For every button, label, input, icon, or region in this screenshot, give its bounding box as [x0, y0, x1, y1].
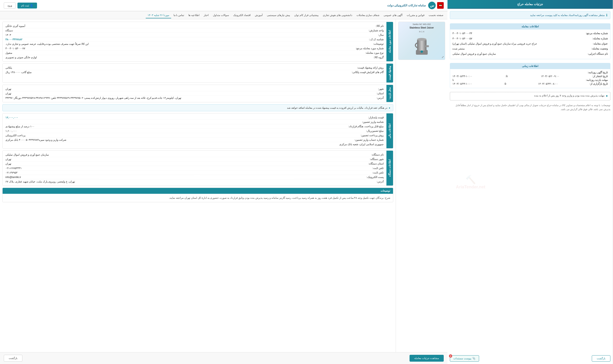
tax-bullet: ● در هنگام عقد قرارداد، مالیات بر ارزش ا…	[5, 106, 390, 109]
menu-item-13[interactable]: موردا ۲۶ شلیه ۱۴۰۳	[146, 12, 171, 18]
menu-item-1[interactable]: قوانین و مقررات	[405, 12, 426, 18]
field-value-num: ۳۰۰۳۰۱۰۵۳۰۰۰۵۷	[452, 37, 472, 40]
device-section-body: نام دستگاه: سازمان جمع آوری و فروش اموال…	[3, 151, 386, 185]
tl-value-5: ۱۴۰۳/۰۵/۳۳-۱۰:۰۰	[452, 82, 472, 85]
tl-label-0: تاریخ آگهی روزنامه:	[588, 71, 608, 74]
left-back-button[interactable]: بازگشت	[592, 355, 610, 362]
content-area: Sanko NC WG-202 Stainless Steel Juicer 4…	[0, 19, 447, 352]
register-button[interactable]: 👤 ثبت نام	[17, 3, 37, 9]
menu-item-7[interactable]: آموزش	[253, 12, 264, 18]
emblem-logo: 🇮🇷	[437, 2, 444, 9]
menu-item-11[interactable]: اطلاعیه ها	[186, 12, 201, 18]
detail-label-name: نام کالا:	[355, 25, 384, 27]
financial-section: اطلاعات مالی قیمت پایه‌بازار: ۱۶,۰۰۰,۰۰۰…	[2, 113, 393, 149]
bullet-dot: ●	[606, 94, 608, 97]
deal-info-content: شماره معامله مرجع: ۳۰۰۳۰۱۰۵۳۰۰۰۳۴ شماره …	[450, 29, 610, 59]
fin-label-method: روش پرداخت تضمین:	[355, 134, 384, 137]
desc-body: شرح: برندگان جهت تکمیل وجه ۴۸ ساعت پس از…	[3, 194, 393, 202]
location-value-city: تهران	[5, 88, 355, 90]
left-panel-header: جزئیات معامله حراج	[447, 0, 613, 9]
financial-section-body: قیمت پایه‌بازار: ۱۶,۰۰۰,۰۰۰ شناسه واریز …	[3, 113, 386, 148]
fin-value-base: ۱۶,۰۰۰,۰۰۰	[5, 116, 355, 119]
tl-value-4: ۱۴۰۳/۰۵/۳۳-۰۸:۰۰	[538, 82, 558, 85]
detail-row-year: سال: ۱۴۰۳	[5, 33, 384, 37]
dev-row-tel2: تلفن ثابت: ۰۲۱-۳۷۹۵۳	[5, 170, 384, 175]
dev-value-address: تهران، خ ولیعصر، روبروی پارک ملت، خیابان…	[5, 180, 355, 183]
detail-label-year: سال:	[355, 33, 384, 36]
fin-value-account: شرکت واریز و وجود سپره۴۰۰۰۰۵۰۴۳۳۷۷۸۳ بان…	[5, 138, 355, 141]
expand-icon[interactable]: ⤢	[442, 55, 444, 59]
timeline-row-4: تاریخ بازگزاری از: ۱۴۰۳/۰۵/۳۳-۰۸:۰۰ تا: …	[452, 82, 608, 85]
field-label-ref: شماره معامله مرجع:	[586, 31, 608, 35]
fin-label-bank: جمهوری اسلامی ایران، شعبه بانک مرکزی	[339, 143, 384, 146]
timeline-row-3: مهلت بازدید روزنامه: تا	[452, 78, 608, 81]
timeline-row-0: تاریخ آگهی روزنامه:	[452, 71, 608, 74]
detail-label-desc: توضیحات:	[355, 42, 384, 45]
tl-label-1: تاریخ انتشار از:	[592, 75, 608, 78]
location-value-province: تهران	[5, 92, 355, 95]
menu-item-3[interactable]: شفاف سازی معاملات	[355, 12, 381, 18]
tl-label-2: تا:	[506, 75, 508, 78]
timeline-row-1: تاریخ انتشار از: ۱۴۰۳/۰۵/۲۰-۹:۰۰ تا: ۱۴۰…	[452, 75, 608, 78]
detail-label-type: نوع مورد معامله:	[355, 52, 384, 54]
tax-info-box: ● در هنگام عقد قرارداد، مالیات بر ارزش ا…	[2, 104, 393, 111]
price-value-steps: مبلغ گائب ۱۴۸۰۰۰۰ ریال	[5, 71, 352, 74]
dev-value-tel2: ۰۲۱-۳۷۹۵۳	[5, 171, 355, 174]
detail-value-unit: دستگاه	[5, 29, 355, 32]
field-label-org: نام دستگاه اجرایی:	[588, 52, 608, 56]
field-row-ref: شماره معامله مرجع: ۳۰۰۳۰۱۰۵۳۰۰۰۳۴	[452, 31, 608, 35]
menu-item-5[interactable]: پیشتیبانی قرار کام توان	[292, 12, 320, 18]
fin-row-method: روش پرداخت تضمین: پرداخت الکترونیکی	[5, 133, 384, 138]
price-section-title: پیشنهاد قیمت	[386, 64, 393, 82]
menu-item-10[interactable]: اخبار	[202, 12, 210, 18]
dev-value-name: سازمان جمع آوری و فروش اموال تملیکی	[5, 153, 355, 156]
menu-item-12[interactable]: تماس با ما	[172, 12, 186, 18]
detail-row-name: نام کالا: آبمیوه گیری خانگی	[5, 24, 384, 28]
deal-detail-body: نام کالا: آبمیوه گیری خانگی واحد شمارش: …	[3, 22, 386, 61]
site-logo-circle: س	[428, 2, 436, 9]
dev-label-tel: تلفن ثابت:	[355, 167, 384, 169]
detail-column: اطلاعات مورد معامله نام کالا: آبمیوه گیر…	[0, 19, 396, 352]
tl-label-4: تاریخ بازگزاری از:	[590, 82, 608, 85]
field-value-title: حراج خرید فروشی بیراه سازمان جمع آوری و …	[452, 42, 537, 46]
tl-label-5: تا:	[504, 82, 507, 85]
menu-item-8[interactable]: اقتصاد الکترونیک	[231, 12, 252, 18]
location-row-province: استان: تهران	[5, 91, 384, 96]
detail-value-year: ۱۴۰۳	[5, 33, 355, 36]
dev-label-email: پست الکترونیک:	[355, 176, 384, 179]
login-button[interactable]: ورود	[4, 2, 15, 9]
right-back-button[interactable]: بازگشت	[4, 355, 22, 362]
desc-header: توضیحات	[3, 188, 393, 194]
nav-left: 👤 ثبت نام ورود	[4, 2, 37, 9]
dev-row-address: آدرس: تهران، خ ولیعصر، روبروی پارک ملت، …	[5, 179, 384, 184]
left-note-text: توضیحات: با توجه به اعلام مشخصات و تصاوی…	[450, 103, 610, 111]
field-row-num: شماره معامله: ۳۰۰۳۰۱۰۵۳۰۰۰۵۷	[452, 37, 608, 40]
location-value-addr: تهران، کیلومتر۱۲ جاده قدیم کرج، ثلاثه بع…	[5, 96, 355, 99]
menu-item-0[interactable]: صفحه نخست	[427, 12, 445, 18]
location-section-title: محل بازدید:	[386, 85, 393, 102]
deal-detail-title: اطلاعات مورد معامله	[386, 22, 393, 61]
detail-row-unit: واحد شمارش: دستگاه	[5, 28, 384, 33]
fin-label-payable: مبلغ قابل پرداخت، هنگام قرارداد:	[349, 125, 384, 128]
detail-value-group: لوازم خانگی صوتی و تصویری	[5, 56, 355, 59]
menu-item-4[interactable]: دانشجویی های هوش تجاری	[321, 12, 354, 18]
location-label-city: شهر:	[355, 88, 384, 90]
field-row-title: عنوان معامله: حراج خرید فروشی بیراه سازم…	[452, 42, 608, 46]
menu-bar: صفحه نخست قوانین و مقررات آگهی های عمومی…	[0, 11, 447, 19]
fin-row-guarantee-id: شناسه واریز تضمین:	[5, 120, 384, 124]
dev-label-tel2: تلفن ثابت:	[355, 171, 384, 174]
dev-label-name: نام دستگاه:	[355, 153, 384, 156]
attach-button[interactable]: ● 📎 پیوست مستندات	[450, 355, 479, 362]
product-subtitle: 4 in 1	[410, 30, 434, 33]
menu-item-2[interactable]: آگهی های عمومی	[382, 12, 404, 18]
fin-row-base: قیمت پایه‌بازار: ۱۶,۰۰۰,۰۰۰	[5, 115, 384, 120]
location-section-body: شهر: تهران استان: تهران آدرس: تهران، کیل…	[3, 85, 386, 102]
menu-item-6[interactable]: پیش نیازهای سیستمی	[265, 12, 292, 18]
register-label: ثبت نام	[21, 4, 29, 7]
juicer-svg	[412, 35, 431, 58]
product-column: Sanko NC WG-202 Stainless Steel Juicer 4…	[396, 19, 447, 352]
menu-item-9[interactable]: سوالات متداول	[211, 12, 231, 18]
time-info-content: تاریخ آگهی روزنامه: تاریخ انتشار از: ۱۴۰…	[450, 69, 610, 88]
detail-value-name: آبمیوه گیری خانگی	[5, 25, 355, 27]
detail-button[interactable]: مشاهده جزئیات معامله	[410, 355, 444, 362]
